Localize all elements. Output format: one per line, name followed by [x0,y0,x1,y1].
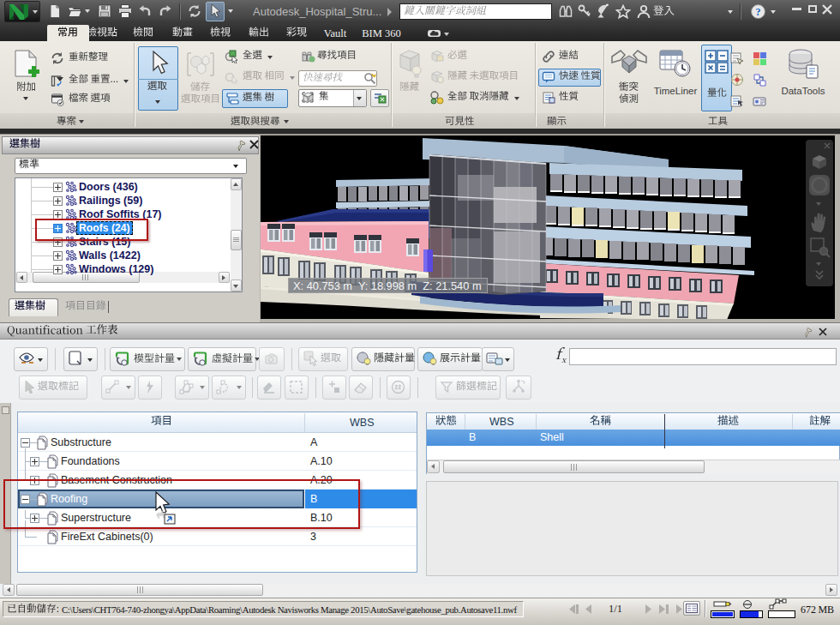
svg-text:?: ? [756,6,761,18]
